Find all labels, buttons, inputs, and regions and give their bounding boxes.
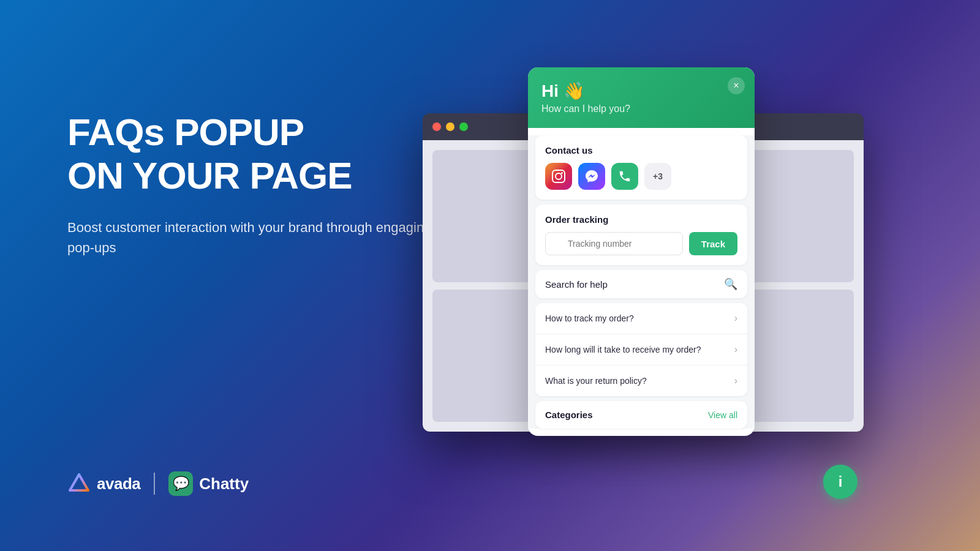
faq-item-2-chevron: › xyxy=(734,344,737,355)
branding: avada Chatty xyxy=(67,471,249,496)
faq-item-3[interactable]: What is your return policy? › xyxy=(535,365,747,396)
chat-subtitle: How can I help you? xyxy=(541,103,741,114)
headline-line2: ON YOUR PAGE xyxy=(67,154,435,197)
faq-item-1[interactable]: How to track my order? › xyxy=(535,303,747,334)
search-help-bar[interactable]: Search for help 🔍 xyxy=(535,270,747,298)
view-all-link[interactable]: View all xyxy=(708,410,737,420)
headline: FAQs POPUP ON YOUR PAGE xyxy=(67,110,435,198)
phone-icon[interactable] xyxy=(611,163,638,190)
faq-item-3-text: What is your return policy? xyxy=(545,376,647,386)
tracking-input-row: 🔍 Track xyxy=(545,232,737,255)
svg-marker-0 xyxy=(70,474,88,490)
chatty-text: Chatty xyxy=(199,474,249,493)
faq-item-2-text: How long will it take to receive my orde… xyxy=(545,345,701,354)
search-help-icon: 🔍 xyxy=(724,277,737,291)
messenger-icon[interactable] xyxy=(578,163,605,190)
svg-point-3 xyxy=(561,172,563,174)
dot-yellow[interactable] xyxy=(446,122,454,131)
chatty-icon xyxy=(168,471,193,496)
svg-rect-1 xyxy=(552,170,565,182)
avada-text: avada xyxy=(97,474,140,493)
dot-green[interactable] xyxy=(459,122,468,131)
more-contacts-icon[interactable]: +3 xyxy=(644,163,671,190)
contact-section: Contact us xyxy=(535,135,747,200)
avada-logo: avada xyxy=(67,472,140,495)
search-help-label: Search for help xyxy=(545,279,608,290)
more-contacts-label: +3 xyxy=(653,171,663,181)
chat-header: Hi 👋 How can I help you? × xyxy=(528,67,755,128)
contact-title: Contact us xyxy=(545,145,737,156)
subtitle-text: Boost customer interaction with your bra… xyxy=(67,220,431,255)
subtitle: Boost customer interaction with your bra… xyxy=(67,217,435,258)
branding-divider xyxy=(154,473,155,495)
categories-title: Categories xyxy=(545,410,593,420)
chat-popup: Hi 👋 How can I help you? × Contact us xyxy=(528,67,755,436)
faq-list: How to track my order? › How long will i… xyxy=(535,303,747,396)
avada-icon xyxy=(67,472,91,495)
tracking-title: Order tracking xyxy=(545,214,737,225)
headline-line1: FAQs POPUP xyxy=(67,110,435,154)
faq-item-2[interactable]: How long will it take to receive my orde… xyxy=(535,334,747,365)
tracking-section: Order tracking 🔍 Track xyxy=(535,204,747,265)
instagram-icon[interactable] xyxy=(545,163,572,190)
left-content: FAQs POPUP ON YOUR PAGE Boost customer i… xyxy=(67,110,435,258)
faq-item-3-chevron: › xyxy=(734,375,737,386)
chat-greeting: Hi 👋 xyxy=(541,81,741,101)
categories-section: Categories View all xyxy=(535,401,747,429)
chat-body: Contact us xyxy=(528,135,755,429)
faq-item-1-text: How to track my order? xyxy=(545,313,634,323)
close-button[interactable]: × xyxy=(728,77,745,94)
svg-point-2 xyxy=(556,173,562,179)
info-icon: i xyxy=(839,473,843,490)
track-button[interactable]: Track xyxy=(689,232,737,255)
faq-item-1-chevron: › xyxy=(734,313,737,324)
chatty-logo: Chatty xyxy=(168,471,249,496)
contact-icons: +3 xyxy=(545,163,737,190)
tracking-number-input[interactable] xyxy=(545,232,683,255)
tracking-input-wrapper: 🔍 xyxy=(545,232,684,255)
dot-red[interactable] xyxy=(432,122,441,131)
search-section: Search for help 🔍 xyxy=(535,270,747,298)
info-button[interactable]: i xyxy=(823,465,858,499)
